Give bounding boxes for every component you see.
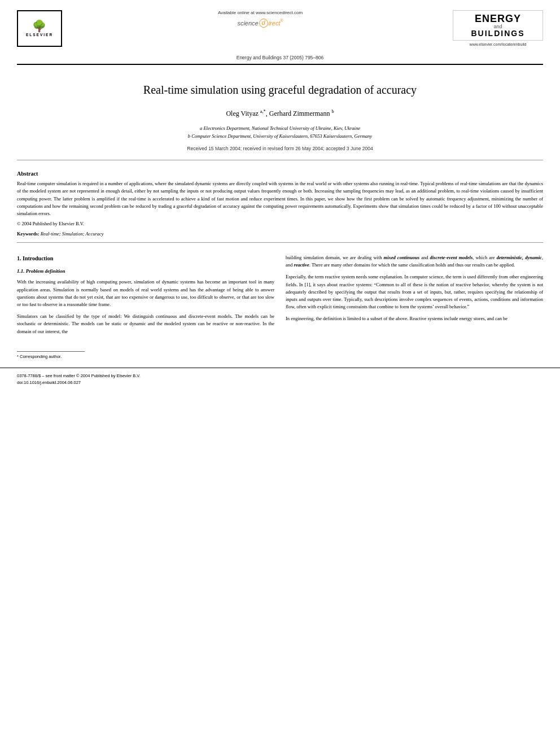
header: 🌳 ELSEVIER Available online at www.scien… [0, 0, 560, 64]
energy-label: ENERGY [459, 14, 537, 24]
affiliation-a: a Electronics Department, National Techn… [45, 125, 515, 133]
keywords-values: Real-time; Simulation; Accuracy [41, 231, 104, 237]
journal-logo: ENERGY and BUILDINGS www.elsevier.com/lo… [453, 10, 543, 46]
authors: Oleg Vityaz a,*, Gerhard Zimmermann b [45, 109, 515, 118]
center-header: Available online at www.sciencedirect.co… [68, 10, 453, 29]
body-section: 1. Introduction 1.1. Problem definition … [0, 243, 560, 346]
left-column: 1. Introduction 1.1. Problem definition … [17, 254, 274, 340]
abstract-section: Abstract Real-time computer simulation i… [0, 160, 560, 242]
elsevier-label: ELSEVIER [26, 33, 53, 37]
received-line: Received 15 March 2004; received in revi… [45, 146, 515, 151]
bottom-bar: 0378-7788/$ – see front matter © 2004 Pu… [0, 368, 560, 389]
elsevier-tree-icon: 🌳 [32, 20, 47, 32]
issn-line: 0378-7788/$ – see front matter © 2004 Pu… [17, 373, 543, 386]
sciencedirect-logo: sciencedirect® [79, 18, 441, 28]
section-1-heading: 1. Introduction [17, 254, 274, 263]
corresponding-author-note: * Corresponding author. [17, 354, 543, 359]
elsevier-logo: 🌳 ELSEVIER [17, 10, 68, 47]
buildings-label: BUILDINGS [459, 29, 537, 37]
author-names: Oleg Vityaz a,*, Gerhard Zimmermann b [226, 110, 334, 117]
title-area: Real-time simulation using graceful degr… [0, 65, 560, 160]
paper-title: Real-time simulation using graceful degr… [45, 82, 515, 98]
affiliations: a Electronics Department, National Techn… [45, 125, 515, 140]
col1-para-2: Simulators can be classified by the type… [17, 313, 274, 335]
abstract-text: Real-time computer simulation is require… [17, 180, 543, 217]
right-column: building simulation domain, we are deali… [286, 254, 543, 327]
issn-text: 0378-7788/$ – see front matter © 2004 Pu… [17, 373, 543, 379]
col1-para-1: With the increasing availability of high… [17, 278, 274, 308]
footer-section: * Corresponding author. [0, 346, 560, 362]
page: 🌳 ELSEVIER Available online at www.scien… [0, 0, 560, 747]
doi-text: doi:10.1016/j.enbuild.2004.06.027 [17, 379, 543, 386]
subsection-1-1-heading: 1.1. Problem definition [17, 268, 274, 276]
two-column-layout: 1. Introduction 1.1. Problem definition … [17, 254, 543, 340]
col2-para-1: building simulation domain, we are deali… [286, 254, 543, 269]
abstract-title: Abstract [17, 171, 543, 177]
keywords-line: Keywords: Real-time; Simulation; Accurac… [17, 231, 543, 237]
elsevier-url: www.elsevier.com/locate/enbuild [453, 42, 543, 46]
journal-info: Energy and Buildings 37 (2005) 795–806 [17, 51, 543, 64]
copyright-line: © 2004 Published by Elsevier B.V. [17, 221, 543, 226]
available-online-text: Available online at www.sciencedirect.co… [79, 10, 441, 15]
affiliation-b: b Computer Science Department, Universit… [45, 133, 515, 141]
col2-para-3: In engineering, the definition is limite… [286, 315, 543, 322]
keywords-label: Keywords: [17, 231, 40, 237]
footnote-rule [17, 351, 85, 352]
col2-para-2: Especially, the term reactive system nee… [286, 273, 543, 311]
